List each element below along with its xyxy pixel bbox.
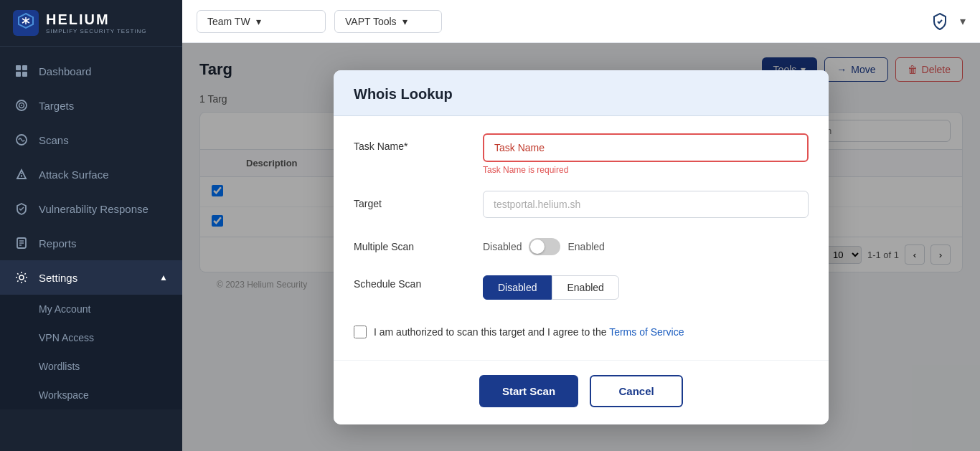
vuln-icon <box>14 201 29 216</box>
toggle-enabled-label: Enabled <box>567 241 604 252</box>
sidebar-item-label: Settings <box>39 272 77 284</box>
sidebar-item-label: Vulnerability Response <box>39 203 149 215</box>
toggle-thumb <box>530 239 545 254</box>
task-name-row: Task Name* Task Name is required <box>354 133 809 175</box>
tools-chevron-icon: ▾ <box>402 16 407 27</box>
tools-selector[interactable]: VAPT Tools ▾ <box>334 10 442 33</box>
task-name-input[interactable] <box>483 133 809 162</box>
schedule-group: Disabled Enabled <box>483 271 619 300</box>
team-value: Team TW <box>207 16 250 27</box>
schedule-scan-label: Schedule Scan <box>354 271 468 290</box>
sidebar-item-wordlists[interactable]: Wordlists <box>0 352 182 381</box>
terms-checkbox[interactable] <box>354 326 367 338</box>
multiple-scan-label: Multiple Scan <box>354 234 468 252</box>
sidebar-item-my-account[interactable]: My Account <box>0 295 182 323</box>
schedule-enabled-button[interactable]: Enabled <box>552 275 618 300</box>
task-name-error: Task Name is required <box>483 165 809 175</box>
cancel-button[interactable]: Cancel <box>590 375 683 407</box>
logo-text: HELIUM SIMPLIFY SECURITY TESTING <box>46 11 147 34</box>
sidebar-item-settings[interactable]: Settings ▲ <box>0 260 182 295</box>
sidebar-item-label: Attack Surface <box>39 168 109 181</box>
task-name-label: Task Name* <box>354 133 468 152</box>
grid-icon <box>14 64 29 78</box>
svg-rect-4 <box>22 72 27 77</box>
whois-lookup-modal: Whois Lookup Task Name* Task Name is req… <box>334 70 829 424</box>
sidebar-item-workspace[interactable]: Workspace <box>0 381 182 409</box>
sidebar-item-vulnerability-response[interactable]: Vulnerability Response <box>0 191 182 226</box>
modal-body: Task Name* Task Name is required Target <box>334 116 829 360</box>
target-input[interactable] <box>483 191 809 218</box>
target-field <box>483 191 809 218</box>
modal-overlay: Whois Lookup Task Name* Task Name is req… <box>182 43 980 451</box>
chevron-up-icon: ▲ <box>159 272 168 283</box>
modal-footer: Start Scan Cancel <box>334 360 829 424</box>
topbar-right: ▾ <box>927 9 966 34</box>
topbar: Team TW ▾ VAPT Tools ▾ ▾ <box>182 0 980 43</box>
svg-rect-2 <box>22 65 27 70</box>
sidebar-item-vpn-access[interactable]: VPN Access <box>0 323 182 352</box>
start-scan-button[interactable]: Start Scan <box>479 375 578 407</box>
sidebar-item-scans[interactable]: Scans <box>0 123 182 157</box>
helium-logo-icon <box>13 10 39 36</box>
sidebar-nav: Dashboard Targets Scans Attack Surface <box>0 47 182 451</box>
topbar-chevron-icon[interactable]: ▾ <box>960 14 966 28</box>
target-row: Target <box>354 191 809 218</box>
main-content: Team TW ▾ VAPT Tools ▾ ▾ Targ Tools ▾ → <box>182 0 980 451</box>
terms-label: I am authorized to scan this target and … <box>374 326 684 338</box>
terms-row: I am authorized to scan this target and … <box>354 315 809 343</box>
sidebar-item-attack-surface[interactable]: Attack Surface <box>0 157 182 191</box>
team-selector[interactable]: Team TW ▾ <box>197 10 326 33</box>
schedule-disabled-button[interactable]: Disabled <box>483 275 552 300</box>
scan-icon <box>14 133 29 147</box>
svg-point-11 <box>19 275 24 280</box>
target-icon <box>14 98 29 113</box>
svg-rect-3 <box>16 72 21 77</box>
sidebar-item-label: Scans <box>39 134 69 146</box>
sidebar-logo: HELIUM SIMPLIFY SECURITY TESTING <box>0 0 182 47</box>
toggle-group: Disabled Enabled <box>483 234 605 255</box>
sidebar-item-label: Dashboard <box>39 65 91 77</box>
logo-name: HELIUM <box>46 11 147 28</box>
target-label: Target <box>354 191 468 209</box>
terms-of-service-link[interactable]: Terms of Service <box>609 326 684 338</box>
svg-point-7 <box>21 105 22 106</box>
sidebar-item-reports[interactable]: Reports <box>0 226 182 260</box>
settings-icon <box>14 270 29 285</box>
attack-icon <box>14 167 29 181</box>
tools-value: VAPT Tools <box>345 16 397 27</box>
page-content: Targ Tools ▾ → Move 🗑 Delete 1 Targ <box>182 43 980 451</box>
team-chevron-icon: ▾ <box>256 16 261 27</box>
modal-title: Whois Lookup <box>354 86 809 103</box>
svg-rect-1 <box>16 65 21 70</box>
sidebar-item-targets[interactable]: Targets <box>0 88 182 123</box>
settings-submenu: My Account VPN Access Wordlists Workspac… <box>0 295 182 409</box>
shield-icon[interactable] <box>927 9 953 34</box>
sidebar: HELIUM SIMPLIFY SECURITY TESTING Dashboa… <box>0 0 182 451</box>
reports-icon <box>14 236 29 250</box>
sidebar-item-dashboard[interactable]: Dashboard <box>0 54 182 88</box>
multiple-scan-toggle[interactable] <box>529 238 560 255</box>
multiple-scan-row: Multiple Scan Disabled Enabled <box>354 234 809 255</box>
toggle-disabled-label: Disabled <box>483 241 522 252</box>
logo-tagline: SIMPLIFY SECURITY TESTING <box>46 28 147 34</box>
schedule-scan-row: Schedule Scan Disabled Enabled <box>354 271 809 300</box>
sidebar-item-label: Reports <box>39 237 77 250</box>
svg-point-9 <box>21 173 22 174</box>
sidebar-item-label: Targets <box>39 100 74 112</box>
modal-header: Whois Lookup <box>334 70 829 116</box>
task-name-field: Task Name is required <box>483 133 809 175</box>
